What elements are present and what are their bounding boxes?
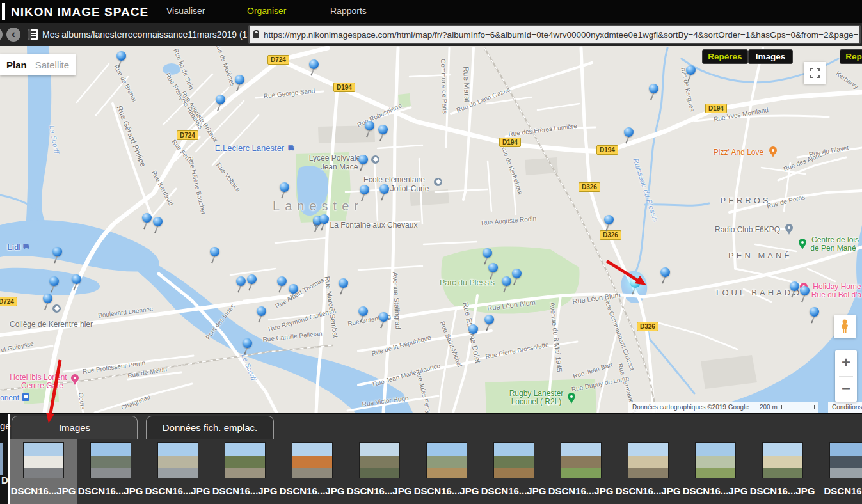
photo-pin[interactable] bbox=[686, 65, 696, 75]
satellite-button[interactable]: Satellite bbox=[35, 59, 69, 70]
photo-pin[interactable] bbox=[309, 59, 319, 69]
images-button[interactable]: Images bbox=[748, 49, 793, 64]
thumbnail[interactable]: DSCN16...JPG bbox=[346, 439, 413, 504]
window-divider bbox=[8, 414, 10, 504]
photo-pin[interactable] bbox=[358, 155, 368, 164]
map-type-control: Plan Satellite bbox=[0, 54, 76, 75]
photo-pin[interactable] bbox=[810, 307, 819, 317]
photo-pin[interactable] bbox=[379, 312, 388, 322]
back-button[interactable]: ‹ bbox=[6, 28, 20, 42]
thumbnail[interactable]: DSCN16...JPG bbox=[144, 439, 211, 504]
map-viewport[interactable]: Rue de BréhatRue Île de SeinRue de Molèn… bbox=[0, 46, 862, 413]
thumbnail[interactable]: DSCN16...JPG bbox=[413, 439, 480, 504]
drop-icon bbox=[785, 224, 793, 232]
poi-label: Ecole élémentaire bbox=[363, 175, 425, 184]
photo-pin[interactable] bbox=[502, 276, 511, 286]
thumbnail[interactable]: DSCN16...JPG bbox=[614, 439, 682, 504]
poi-label: Collège de Kerentre hier bbox=[10, 320, 93, 329]
photo-pin[interactable] bbox=[72, 274, 81, 284]
thumbnail-image bbox=[157, 442, 198, 478]
photo-pin[interactable] bbox=[257, 306, 266, 316]
photo-pin[interactable] bbox=[604, 215, 614, 224]
pegman-icon bbox=[840, 319, 850, 335]
selected-photo-pin[interactable] bbox=[630, 277, 641, 288]
photo-pin[interactable] bbox=[142, 213, 152, 223]
zoom-in-button[interactable]: + bbox=[835, 350, 857, 376]
drop-icon bbox=[799, 239, 806, 246]
thumbnail[interactable]: DSCN16...JPG bbox=[749, 439, 816, 504]
reperes-button-right[interactable]: Repères bbox=[840, 49, 862, 64]
photo-pin[interactable] bbox=[236, 276, 246, 286]
drop-icon bbox=[769, 146, 777, 154]
thumbnail-filename: DSCN16...JPG bbox=[413, 485, 480, 496]
reperes-button[interactable]: Repères bbox=[702, 49, 748, 64]
road-badge: D194 bbox=[705, 104, 727, 113]
url-bar[interactable]: https://myp.nikonimagespace.com/html/map… bbox=[248, 25, 861, 44]
poi-label: Locunel ( R2L) bbox=[511, 397, 562, 406]
zoom-out-button[interactable]: − bbox=[835, 376, 857, 402]
thumbnail[interactable]: DSCN16...J bbox=[816, 439, 862, 504]
terms-link[interactable]: Conditions bbox=[828, 402, 862, 413]
photo-pin[interactable] bbox=[660, 267, 670, 277]
photo-pin[interactable] bbox=[277, 276, 287, 286]
photo-pin[interactable] bbox=[116, 51, 126, 61]
photo-pin[interactable] bbox=[488, 263, 498, 272]
tab-organiser[interactable]: Organiser bbox=[247, 6, 286, 16]
photo-pin[interactable] bbox=[319, 214, 329, 224]
photo-pin[interactable] bbox=[483, 248, 492, 258]
poi-label: de Pen Mané bbox=[810, 244, 856, 253]
attribution-text: Données cartographiques ©2019 Google bbox=[632, 404, 749, 411]
thumbnail[interactable]: DSCN16...JPG bbox=[682, 439, 749, 504]
road-badge: D724 bbox=[267, 55, 289, 65]
photo-pin[interactable] bbox=[790, 281, 799, 291]
photo-pin[interactable] bbox=[624, 127, 634, 137]
fullscreen-button[interactable] bbox=[804, 62, 826, 84]
thumbnail-image bbox=[90, 442, 131, 478]
photo-pin[interactable] bbox=[52, 247, 62, 256]
photo-pin[interactable] bbox=[289, 284, 298, 294]
poi-label: Joliot-Curie bbox=[390, 184, 429, 193]
thumbnail[interactable]: DSCN16...JPG bbox=[211, 439, 278, 504]
photo-pin[interactable] bbox=[378, 125, 388, 134]
photo-pin[interactable] bbox=[365, 121, 374, 130]
tab-visualiser[interactable]: Visualiser bbox=[166, 6, 205, 16]
photo-pin[interactable] bbox=[210, 247, 219, 256]
photo-pin[interactable] bbox=[649, 84, 658, 93]
photo-pin[interactable] bbox=[339, 278, 348, 288]
photo-pin[interactable] bbox=[360, 185, 369, 194]
plan-button[interactable]: Plan bbox=[6, 59, 27, 70]
thumbnail[interactable]: DSCN16...JPG bbox=[547, 439, 614, 504]
photo-pin[interactable] bbox=[800, 286, 810, 295]
thumbnail-image bbox=[695, 442, 736, 478]
thumbnail-image bbox=[829, 442, 862, 478]
thumbnail-image bbox=[762, 442, 803, 478]
drop-icon bbox=[568, 393, 575, 400]
school-icon bbox=[371, 155, 379, 164]
pegman-button[interactable] bbox=[834, 315, 856, 338]
thumbnail[interactable]: DSCN16...JPG bbox=[278, 439, 346, 504]
thumbnail-filename: DSCN16...J bbox=[816, 485, 862, 496]
photo-pin[interactable] bbox=[512, 269, 522, 278]
photo-pin[interactable] bbox=[280, 182, 289, 192]
poi-label: Parc du Plessis bbox=[440, 278, 495, 287]
thumbnail-strip[interactable]: DSCN16...JPGDSCN16...JPGDSCN16...JPGDSCN… bbox=[10, 439, 862, 504]
photo-pin[interactable] bbox=[243, 338, 252, 348]
thumbnail[interactable]: DSCN16...JPG bbox=[77, 439, 144, 504]
photo-pin[interactable] bbox=[484, 315, 494, 324]
tab-images[interactable]: Images bbox=[12, 416, 138, 439]
photo-pin[interactable] bbox=[49, 276, 59, 286]
photo-pin[interactable] bbox=[358, 306, 368, 316]
tab-location-data[interactable]: Données fich. emplac. bbox=[146, 416, 274, 439]
photo-pin[interactable] bbox=[153, 217, 163, 226]
photo-pin[interactable] bbox=[247, 274, 257, 284]
area-label: PERROS bbox=[721, 196, 771, 205]
tab-rapports[interactable]: Rapports bbox=[330, 6, 367, 16]
photo-pin[interactable] bbox=[43, 294, 52, 303]
thumbnail[interactable]: DSCN16...JPG bbox=[10, 439, 77, 504]
logo-bar bbox=[2, 3, 5, 20]
photo-pin[interactable] bbox=[468, 324, 478, 334]
photo-pin[interactable] bbox=[379, 184, 389, 194]
photo-pin[interactable] bbox=[235, 75, 244, 84]
photo-pin[interactable] bbox=[216, 95, 225, 104]
thumbnail[interactable]: DSCN16...JPG bbox=[480, 439, 547, 504]
